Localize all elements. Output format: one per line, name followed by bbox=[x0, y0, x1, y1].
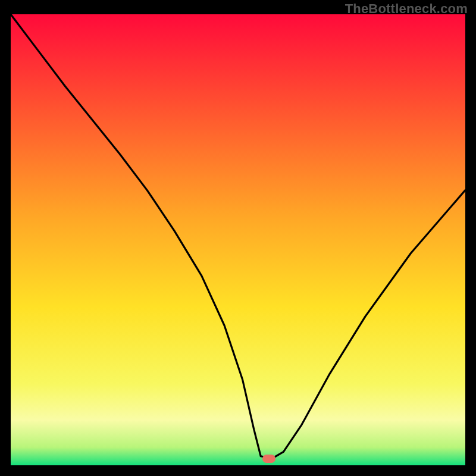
credit-label: TheBottleneck.com bbox=[345, 1, 468, 17]
curve-layer bbox=[11, 14, 465, 465]
optimum-marker bbox=[262, 455, 275, 463]
bottleneck-curve bbox=[11, 14, 465, 459]
chart-frame: TheBottleneck.com bbox=[0, 0, 476, 476]
plot-area bbox=[11, 14, 465, 465]
